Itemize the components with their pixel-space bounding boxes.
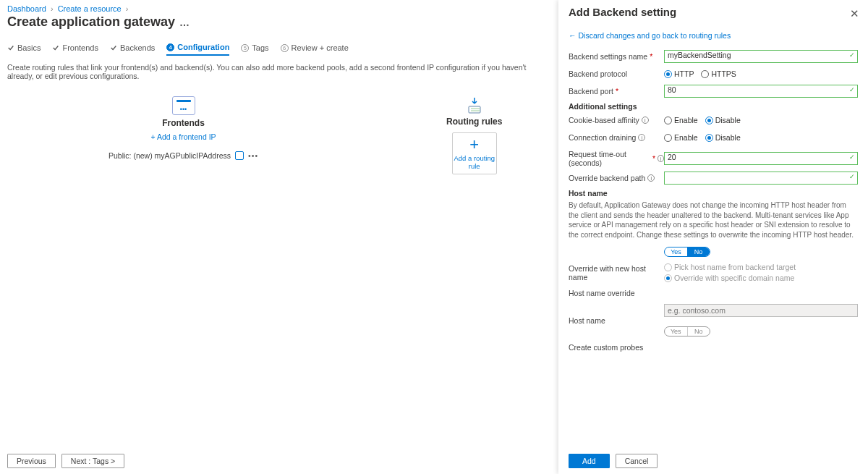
page-title: Create application gateway… — [7, 14, 542, 30]
panel-title: Add Backend setting — [569, 6, 858, 18]
frontends-block: Frontends + Add a frontend IP Public: (n… — [109, 96, 258, 174]
backend-name-input[interactable]: myBackendSetting✓ — [664, 50, 858, 63]
hostname-heading: Host name — [569, 189, 858, 198]
override-domain-radio[interactable]: Override with specific domain name — [664, 274, 794, 282]
tab-frontends[interactable]: Frontends — [52, 43, 98, 56]
drain-enable-radio[interactable]: Enable — [664, 133, 698, 142]
add-backend-setting-panel: ✕ Add Backend setting ← Discard changes … — [558, 0, 868, 474]
edit-frontend-icon[interactable] — [235, 151, 244, 160]
backend-port-input[interactable]: 80✓ — [664, 85, 858, 98]
tab-backends[interactable]: Backends — [110, 43, 155, 56]
tab-basics[interactable]: Basics — [7, 43, 41, 56]
hostname-hint: By default, Application Gateway does not… — [569, 200, 858, 240]
config-description: Create routing rules that link your fron… — [7, 63, 542, 80]
tab-configuration[interactable]: 4Configuration — [166, 43, 229, 56]
next-button[interactable]: Next : Tags > — [61, 454, 124, 468]
drain-disable-radio[interactable]: Disable — [705, 133, 741, 142]
close-icon[interactable]: ✕ — [850, 7, 859, 20]
additional-settings-heading: Additional settings — [569, 102, 858, 111]
frontend-more-icon[interactable]: ••• — [248, 151, 258, 160]
discard-link[interactable]: ← Discard changes and go back to routing… — [569, 31, 858, 40]
breadcrumb-create-resource[interactable]: Create a resource — [58, 4, 122, 13]
arrow-left-icon: ← — [569, 31, 576, 40]
hostname-override-toggle[interactable]: Yes No — [664, 247, 710, 257]
info-icon[interactable]: i — [658, 155, 664, 162]
add-button[interactable]: Add — [569, 454, 610, 468]
affinity-disable-radio[interactable]: Disable — [705, 116, 741, 124]
add-routing-rule-card[interactable]: + Add a routing rule — [452, 132, 497, 174]
cancel-button[interactable]: Cancel — [616, 454, 658, 468]
override-path-input[interactable]: ✓ — [664, 172, 858, 185]
routing-rules-block: Routing rules + Add a routing rule — [446, 96, 502, 174]
plus-icon: + — [469, 137, 479, 153]
breadcrumb: Dashboard › Create a resource › — [7, 4, 542, 13]
info-icon[interactable]: i — [647, 174, 655, 182]
breadcrumb-dashboard[interactable]: Dashboard — [7, 4, 46, 13]
protocol-https-radio[interactable]: HTTPS — [701, 69, 736, 78]
custom-probes-label: Create custom probes — [569, 343, 664, 352]
pick-backend-radio[interactable]: Pick host name from backend target — [664, 263, 796, 271]
tab-tags[interactable]: 5Tags — [241, 43, 268, 56]
hostname-input — [664, 304, 858, 317]
previous-button[interactable]: Previous — [7, 454, 56, 468]
wizard-tabs: Basics Frontends Backends 4Configuration… — [7, 43, 542, 56]
frontend-entry: Public: (new) myAGPublicIPAddress — [109, 151, 231, 160]
routing-download-icon — [464, 96, 485, 114]
protocol-http-radio[interactable]: HTTP — [664, 69, 694, 78]
svg-rect-0 — [469, 106, 480, 113]
more-icon[interactable]: … — [179, 17, 190, 28]
frontend-icon — [172, 96, 195, 115]
info-icon[interactable]: i — [638, 134, 645, 141]
timeout-input[interactable]: 20✓ — [664, 152, 858, 165]
affinity-enable-radio[interactable]: Enable — [664, 116, 698, 124]
add-frontend-ip-link[interactable]: + Add a frontend IP — [109, 132, 258, 141]
hostname-yes-no: Yes No — [664, 326, 710, 337]
info-icon[interactable]: i — [642, 117, 649, 124]
tab-review[interactable]: 6Review + create — [281, 43, 349, 56]
